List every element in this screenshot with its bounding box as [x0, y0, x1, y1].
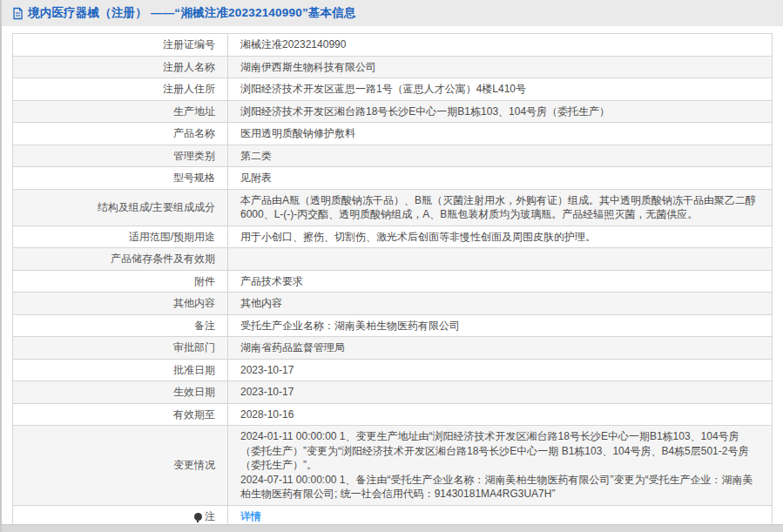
row-value: 浏阳经济技术开发区湘台路18号长沙E中心一期B1栋103、104号房（委托生产） [228, 100, 773, 123]
row-value: 2028-10-16 [228, 403, 773, 426]
detail-link[interactable]: 详情 [240, 510, 261, 522]
row-label: 型号规格 [13, 167, 228, 190]
row-value: 湖南伊西斯生物科技有限公司 [228, 56, 773, 78]
table-row: 注册人名称湖南伊西斯生物科技有限公司 [13, 56, 773, 78]
row-value: 湘械注准20232140990 [228, 34, 773, 57]
row-value: 第二类 [228, 145, 773, 167]
row-value [228, 248, 773, 271]
table-row: 备注受托生产企业名称：湖南美柏生物医药有限公司 [13, 314, 773, 337]
table-row: 生产地址浏阳经济技术开发区湘台路18号长沙E中心一期B1栋103、104号房（委… [13, 100, 773, 123]
row-value: 本产品由A瓶（透明质酸钠冻干品）、B瓶（灭菌注射用水，外购有证）组成。其中透明质… [228, 189, 773, 226]
row-value: 浏阳经济技术开发区蓝思一路1号（蓝思人才公寓）4楼L410号 [228, 78, 773, 101]
table-row: 生效日期2023-10-17 [13, 381, 773, 404]
row-value: 医用透明质酸钠修护敷料 [228, 123, 773, 145]
row-value: 见附表 [228, 167, 773, 190]
row-label: 附件 [13, 270, 228, 293]
table-row: 产品储存条件及有效期 [13, 248, 773, 271]
page-header: 境内医疗器械（注册） ——“湘械注准20232140990”基本信息 [2, 0, 783, 26]
row-value: 用于小创口、擦伤、切割伤、激光术后创面等非慢性创面及周围皮肤的护理。 [228, 226, 773, 248]
row-label: 备注 [13, 314, 228, 337]
row-label: 注册人名称 [13, 56, 228, 78]
table-row: 附件产品技术要求 [13, 270, 773, 293]
bulb-icon [194, 513, 202, 521]
row-label: 产品储存条件及有效期 [13, 248, 228, 271]
document-icon [12, 7, 24, 20]
row-label: 注册证编号 [13, 34, 228, 57]
table-row: 型号规格见附表 [13, 167, 773, 190]
row-label: 其他内容 [13, 293, 228, 315]
row-value: 2024-01-11 00:00:00 1、变更生产地址由“浏阳经济技术开发区湘… [228, 426, 773, 506]
table-row: 注册证编号湘械注准20232140990 [13, 34, 773, 57]
row-value: 2023-10-17 [228, 359, 773, 381]
table-row: 审批部门湖南省药品监督管理局 [13, 337, 773, 360]
row-label: 审批部门 [13, 337, 228, 360]
page-bottom-strip [2, 524, 783, 532]
row-label: 结构及组成/主要组成成分 [13, 189, 228, 226]
registration-table: 注册证编号湘械注准20232140990注册人名称湖南伊西斯生物科技有限公司注册… [12, 33, 773, 528]
row-label: 注册人住所 [13, 78, 228, 101]
row-value: 2023-10-17 [228, 381, 773, 404]
row-label: 批准日期 [13, 359, 228, 381]
row-label: 有效期至 [13, 403, 228, 426]
row-value: 其他内容 [228, 293, 773, 315]
row-value: 湖南省药品监督管理局 [228, 337, 773, 360]
registration-table-body: 注册证编号湘械注准20232140990注册人名称湖南伊西斯生物科技有限公司注册… [13, 34, 773, 528]
row-value: 受托生产企业名称：湖南美柏生物医药有限公司 [228, 314, 773, 337]
row-value: 产品技术要求 [228, 270, 773, 293]
table-row: 产品名称医用透明质酸钠修护敷料 [13, 123, 773, 145]
table-row: 适用范围/预期用途用于小创口、擦伤、切割伤、激光术后创面等非慢性创面及周围皮肤的… [13, 226, 773, 248]
table-row: 管理类别第二类 [13, 145, 773, 167]
table-row: 变更情况2024-01-11 00:00:00 1、变更生产地址由“浏阳经济技术… [13, 426, 773, 506]
row-label: 生效日期 [13, 381, 228, 404]
table-row: 注册人住所浏阳经济技术开发区蓝思一路1号（蓝思人才公寓）4楼L410号 [13, 78, 773, 101]
row-label: 适用范围/预期用途 [13, 226, 228, 248]
row-label: 管理类别 [13, 145, 228, 167]
row-label: 生产地址 [13, 100, 228, 123]
row-label: 变更情况 [13, 426, 228, 506]
table-row: 结构及组成/主要组成成分本产品由A瓶（透明质酸钠冻干品）、B瓶（灭菌注射用水，外… [13, 189, 773, 226]
page-title: 境内医疗器械（注册） ——“湘械注准20232140990”基本信息 [28, 5, 356, 21]
table-row: 其他内容其他内容 [13, 293, 773, 315]
row-label: 产品名称 [13, 123, 228, 145]
table-row: 批准日期2023-10-17 [13, 359, 773, 381]
registration-info-panel: 注册证编号湘械注准20232140990注册人名称湖南伊西斯生物科技有限公司注册… [12, 33, 773, 528]
table-row: 有效期至2028-10-16 [13, 403, 773, 426]
